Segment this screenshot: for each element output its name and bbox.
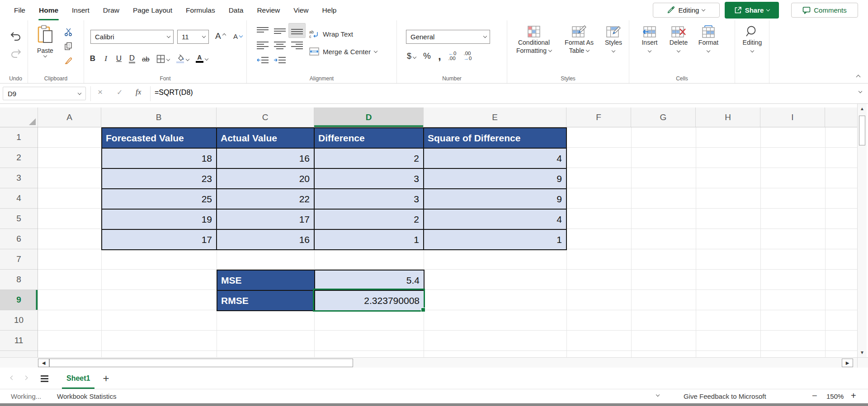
double-underline-button[interactable]: D <box>129 54 135 63</box>
prev-sheet-icon[interactable] <box>10 375 15 380</box>
menu-tab-insert[interactable]: Insert <box>65 0 96 20</box>
increase-indent-button[interactable] <box>271 53 288 68</box>
cell-b4[interactable]: 25 <box>102 189 216 209</box>
column-header-a[interactable]: A <box>38 107 101 127</box>
fill-color-button[interactable] <box>176 55 189 63</box>
cell-d2[interactable]: 2 <box>315 149 423 168</box>
row-header-11[interactable]: 11 <box>0 331 38 351</box>
editing-mode-button[interactable]: Editing <box>653 3 720 18</box>
menu-tab-data[interactable]: Data <box>222 0 250 20</box>
number-format-select[interactable]: General <box>406 30 490 44</box>
align-left-button[interactable] <box>254 38 271 53</box>
row-header-2[interactable]: 2 <box>0 148 38 168</box>
row-header-1[interactable]: 1 <box>0 127 38 148</box>
row-header-10[interactable]: 10 <box>0 310 38 331</box>
merge-center-button[interactable]: Merge & Center <box>309 47 377 56</box>
column-header-partial[interactable] <box>825 107 857 127</box>
align-middle-button[interactable] <box>271 23 288 38</box>
cell-c8-mse-label[interactable]: MSE <box>217 271 314 290</box>
wrap-text-button[interactable]: abc Wrap Text <box>309 29 353 38</box>
paste-button[interactable]: Paste <box>32 25 59 57</box>
column-header-e[interactable]: E <box>424 107 566 127</box>
cell-e5[interactable]: 4 <box>424 210 566 229</box>
column-header-f[interactable]: F <box>566 107 631 127</box>
horizontal-scroll-thumb[interactable] <box>49 359 353 367</box>
insert-cells-button[interactable]: Insert <box>637 25 663 52</box>
undo-button[interactable] <box>10 31 22 44</box>
fill-handle[interactable] <box>421 308 425 312</box>
cell-c4[interactable]: 22 <box>217 189 314 209</box>
cell-d5[interactable]: 2 <box>315 210 423 229</box>
menu-tab-view[interactable]: View <box>287 0 315 20</box>
decrease-decimal-button[interactable]: ←0 .00 <box>448 51 457 61</box>
cell-c2[interactable]: 16 <box>217 149 314 168</box>
italic-button[interactable]: I <box>103 54 109 63</box>
row-header-5[interactable]: 5 <box>0 209 38 229</box>
status-options-chevron-icon[interactable] <box>656 393 660 397</box>
decrease-font-size-button[interactable]: A <box>233 33 242 40</box>
copy-icon[interactable] <box>64 42 73 51</box>
next-sheet-icon[interactable] <box>24 375 28 380</box>
format-cells-button[interactable]: Format <box>694 25 722 52</box>
scroll-right-icon[interactable]: ▶ <box>842 359 853 367</box>
all-sheets-menu-icon[interactable] <box>41 375 48 377</box>
cell-b2[interactable]: 18 <box>102 149 216 168</box>
comma-format-button[interactable]: , <box>438 54 441 58</box>
percent-format-button[interactable]: % <box>423 51 431 61</box>
menu-tab-page-layout[interactable]: Page Layout <box>126 0 179 20</box>
column-header-b[interactable]: B <box>101 107 217 127</box>
name-box[interactable]: D9 <box>3 87 86 100</box>
comments-button[interactable]: Comments <box>791 3 858 18</box>
cell-d9-rmse-value[interactable]: 2.323790008 <box>315 291 424 310</box>
align-bottom-button[interactable] <box>288 23 306 38</box>
menu-tab-home[interactable]: Home <box>32 0 65 20</box>
cell-c5[interactable]: 17 <box>217 210 314 229</box>
scroll-left-icon[interactable]: ◀ <box>38 359 49 367</box>
zoom-out-button[interactable]: − <box>812 391 817 401</box>
conditional-formatting-button[interactable]: Conditional Formatting <box>510 25 558 55</box>
select-all-corner[interactable] <box>0 107 38 127</box>
insert-function-icon[interactable]: fx <box>136 88 141 97</box>
cell-c1[interactable]: Actual Value <box>217 128 314 148</box>
scroll-down-icon[interactable]: ▼ <box>858 350 867 355</box>
row-header-4[interactable]: 4 <box>0 188 38 209</box>
row-header-6[interactable]: 6 <box>0 229 38 249</box>
workbook-statistics-button[interactable]: Workbook Statistics <box>57 392 116 400</box>
row-header-3[interactable]: 3 <box>0 168 38 188</box>
cell-c3[interactable]: 20 <box>217 169 314 188</box>
decrease-indent-button[interactable] <box>254 53 271 68</box>
cell-styles-button[interactable]: Styles <box>600 25 627 52</box>
confirm-icon[interactable]: ✓ <box>117 88 123 97</box>
row-header-9[interactable]: 9 <box>0 290 38 310</box>
horizontal-scrollbar[interactable]: ◀ ▶ <box>0 357 857 368</box>
column-header-g[interactable]: G <box>631 107 696 127</box>
underline-button[interactable]: U <box>116 54 122 63</box>
font-size-select[interactable]: 11 <box>177 30 209 44</box>
redo-button[interactable] <box>10 48 22 61</box>
font-family-select[interactable]: Calibri <box>90 30 174 44</box>
row-header-7[interactable]: 7 <box>0 249 38 270</box>
scroll-up-icon[interactable]: ▲ <box>858 106 867 111</box>
column-header-i[interactable]: I <box>760 107 825 127</box>
cell-c6[interactable]: 16 <box>217 230 314 249</box>
font-color-button[interactable]: A <box>196 55 208 63</box>
row-header-8[interactable]: 8 <box>0 270 38 290</box>
formula-input[interactable]: =SQRT(D8) <box>155 89 193 97</box>
add-sheet-button[interactable]: + <box>103 374 109 383</box>
menu-tab-help[interactable]: Help <box>316 0 344 20</box>
cell-e3[interactable]: 9 <box>424 169 566 188</box>
cut-icon[interactable] <box>64 28 73 36</box>
increase-decimal-button[interactable]: .00 →0 <box>464 51 472 61</box>
align-top-button[interactable] <box>254 23 271 38</box>
zoom-level[interactable]: 150% <box>826 392 844 400</box>
delete-cells-button[interactable]: Delete <box>665 25 692 52</box>
cancel-icon[interactable]: × <box>98 87 103 97</box>
cell-d8-mse-value[interactable]: 5.4 <box>315 271 424 290</box>
borders-button[interactable] <box>156 55 170 63</box>
menu-tab-review[interactable]: Review <box>250 0 287 20</box>
feedback-link[interactable]: Give Feedback to Microsoft <box>684 392 766 400</box>
column-header-c[interactable]: C <box>217 107 314 127</box>
cell-d6[interactable]: 1 <box>315 230 423 249</box>
zoom-in-button[interactable]: + <box>851 391 856 401</box>
vertical-scroll-thumb[interactable] <box>859 116 865 145</box>
